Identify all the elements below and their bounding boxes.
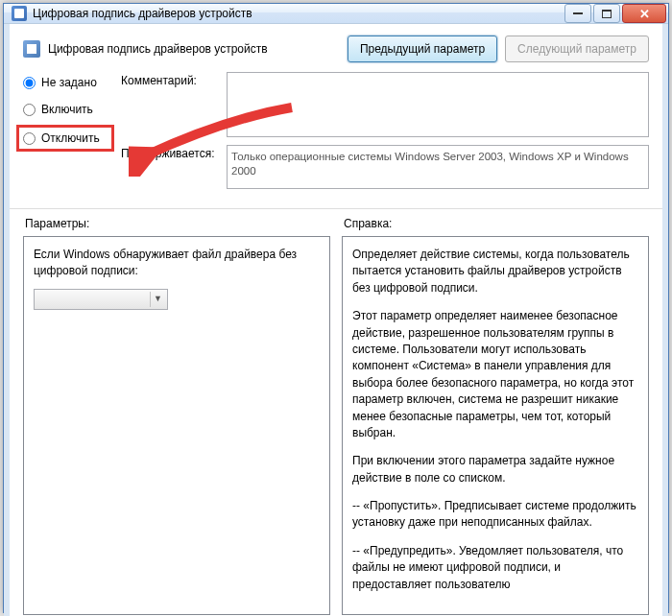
help-text: Определяет действие системы, когда польз… (352, 247, 638, 296)
radio-not-configured-input[interactable] (23, 77, 36, 89)
maximize-button[interactable] (593, 4, 620, 23)
header-row: Цифровая подпись драйверов устройств Пре… (10, 24, 662, 72)
radio-enabled-input[interactable] (23, 104, 36, 116)
radio-label: Включить (41, 103, 93, 116)
dialog-window: Цифровая подпись драйверов устройств ✕ Ц… (3, 3, 669, 613)
fields-column: Комментарий: Поддерживается: Только опер… (121, 72, 649, 197)
comment-label: Комментарий: (121, 72, 227, 137)
help-text: Этот параметр определяет наименее безопа… (352, 308, 638, 441)
radio-label: Отключить (41, 131, 100, 145)
minimize-button[interactable] (564, 4, 591, 23)
radio-not-configured[interactable]: Не задано (23, 76, 109, 89)
comment-input[interactable] (227, 72, 649, 137)
help-text: -- «Предупредить». Уведомляет пользовате… (352, 543, 638, 593)
columns: Параметры: Если Windows обнаруживает фай… (10, 209, 662, 616)
policy-title: Цифровая подпись драйверов устройств (48, 42, 340, 56)
close-button[interactable]: ✕ (622, 4, 666, 23)
comment-row: Комментарий: (121, 72, 649, 137)
help-panel[interactable]: Определяет действие системы, когда польз… (342, 236, 649, 615)
radio-group: Не задано Включить Отключить (23, 72, 109, 197)
help-text: При включении этого параметра задайте ну… (352, 453, 638, 486)
params-column: Параметры: Если Windows обнаруживает фай… (23, 217, 330, 615)
window-icon (12, 6, 27, 21)
next-setting-button: Следующий параметр (505, 36, 649, 62)
radio-disabled[interactable]: Отключить (21, 130, 109, 147)
supported-row: Поддерживается: Только операционные сист… (121, 145, 649, 189)
config-section: Не задано Включить Отключить Комментарий… (10, 72, 662, 209)
radio-label: Не задано (41, 76, 97, 89)
params-panel: Если Windows обнаруживает файл драйвера … (23, 236, 330, 615)
param-description: Если Windows обнаруживает файл драйвера … (34, 247, 320, 280)
radio-disabled-input[interactable] (23, 132, 36, 145)
help-text: -- «Пропустить». Предписывает системе пр… (352, 498, 638, 532)
help-title: Справка: (342, 217, 649, 230)
action-combobox[interactable]: ▼ (34, 289, 168, 310)
chevron-down-icon: ▼ (150, 292, 165, 307)
help-column: Справка: Определяет действие системы, ко… (342, 217, 649, 615)
window-title: Цифровая подпись драйверов устройств (33, 7, 563, 20)
radio-enabled[interactable]: Включить (23, 103, 109, 116)
supported-text: Только операционные системы Windows Serv… (227, 145, 649, 189)
previous-setting-button[interactable]: Предыдущий параметр (348, 36, 497, 62)
params-title: Параметры: (23, 217, 330, 230)
supported-label: Поддерживается: (121, 145, 227, 189)
client-area: Цифровая подпись драйверов устройств Пре… (4, 24, 668, 616)
titlebar[interactable]: Цифровая подпись драйверов устройств ✕ (4, 4, 668, 24)
policy-icon (23, 40, 40, 58)
